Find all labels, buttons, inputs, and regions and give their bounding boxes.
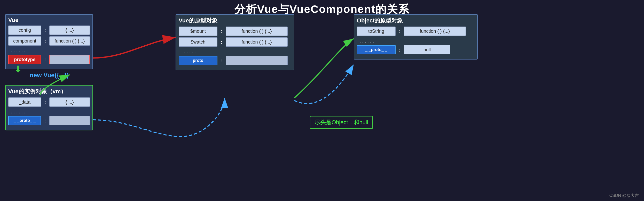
config-val: { ...} — [49, 26, 90, 35]
mount-colon: ： — [219, 28, 224, 35]
proto-proto-row: _ _proto_ _ ： — [179, 56, 291, 65]
vue-box-title: Vue — [8, 17, 90, 23]
proto-proto-key: _ _proto_ _ — [179, 56, 217, 65]
obj-proto-proto-key: _ _proto_ _ — [357, 45, 396, 54]
vm-proto-key: _ _proto_ _ — [8, 116, 41, 125]
note-text: 尽头是Object，和null — [315, 119, 368, 125]
obj-proto-title: Object的原型对象 — [357, 17, 475, 24]
page-title: 分析Vue与VueComponent的关系 — [0, 0, 644, 16]
vue-component-row: component ： function ( ) {...} — [8, 36, 90, 46]
component-val: function ( ) {...} — [49, 36, 90, 46]
mount-key: $mount — [179, 27, 217, 36]
watch-key: $watch — [179, 37, 217, 47]
vm-proto-val — [49, 116, 90, 125]
watch-colon: ： — [219, 39, 224, 46]
watch-val: function ( ) {...} — [226, 37, 288, 47]
prototype-colon: ： — [43, 56, 48, 63]
obj-proto-proto-row: _ _proto_ _ ： null — [357, 45, 475, 54]
proto-proto-val — [226, 56, 288, 65]
component-key: component — [8, 36, 41, 46]
mount-val: function ( ) {...} — [226, 27, 288, 36]
config-colon: ： — [43, 27, 48, 34]
prototype-val — [49, 55, 90, 64]
main-container: 分析Vue与VueComponent的关系 Vue config ： { ...… — [0, 0, 644, 201]
obj-proto-dots: ...... — [359, 37, 475, 44]
vue-dots: ...... — [11, 47, 90, 54]
arrows-svg — [0, 0, 644, 201]
prototype-key: prototype — [8, 55, 41, 64]
tostring-colon: ： — [397, 28, 402, 35]
vue-prototype-row: prototype ： — [8, 55, 90, 64]
tostring-key: toString — [357, 27, 396, 36]
vm-proto-row: _ _proto_ _ ： — [8, 116, 90, 125]
obj-proto-null-val: null — [404, 45, 450, 54]
obj-proto-colon: ： — [397, 46, 402, 53]
config-key: config — [8, 26, 41, 35]
vm-data-row: _data ： { ...} — [8, 97, 90, 107]
obj-proto-box: Object的原型对象 toString ： function ( ) {...… — [354, 14, 478, 60]
data-val: { ...} — [49, 97, 90, 107]
data-colon: ： — [43, 99, 48, 106]
tostring-row: toString ： function ( ) {...} — [357, 27, 475, 36]
watermark: CSDN @@大吉 — [609, 193, 639, 198]
arrow-down-icon: ⬇ — [14, 64, 22, 75]
new-vue-label: new Vue({...}) — [30, 72, 69, 79]
vm-box: Vue的实例对象（vm） _data ： { ...} ...... _ _pr… — [5, 85, 93, 130]
vue-proto-title: Vue的原型对象 — [179, 17, 291, 24]
mount-row: $mount ： function ( ) {...} — [179, 27, 291, 36]
vue-box: Vue config ： { ...} component ： function… — [5, 14, 93, 69]
vue-proto-box: Vue的原型对象 $mount ： function ( ) {...} $wa… — [176, 14, 294, 70]
proto-dots: ...... — [181, 48, 291, 55]
vm-box-title: Vue的实例对象（vm） — [8, 88, 90, 95]
data-key: _data — [8, 97, 41, 107]
vue-config-row: config ： { ...} — [8, 26, 90, 35]
component-colon: ： — [43, 38, 48, 45]
tostring-val: function ( ) {...} — [404, 27, 466, 36]
note-box: 尽头是Object，和null — [310, 116, 373, 129]
proto-proto-colon: ： — [219, 57, 224, 64]
watch-row: $watch ： function ( ) {...} — [179, 37, 291, 47]
vm-proto-colon: ： — [43, 117, 48, 124]
vm-dots: ...... — [11, 108, 90, 115]
